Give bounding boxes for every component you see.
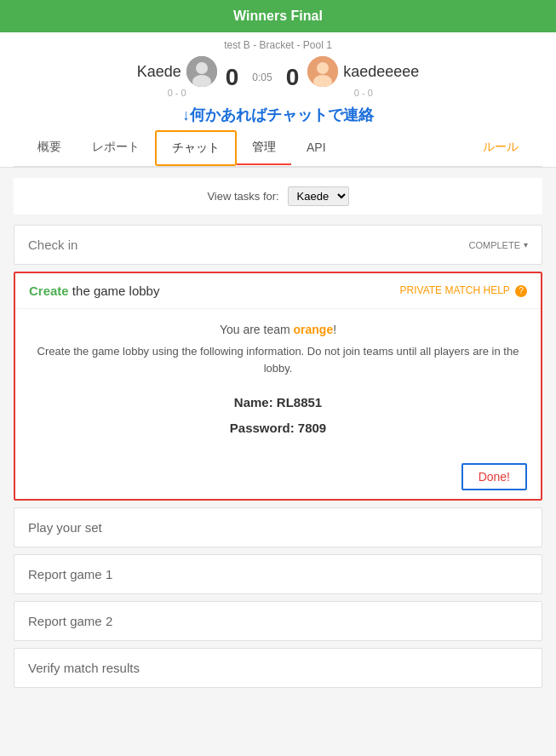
player1-avatar xyxy=(186,56,217,87)
create-title-rest: the game lobby xyxy=(69,284,160,298)
tab-report[interactable]: レポート xyxy=(77,131,155,165)
play-your-set-card: Play your set xyxy=(14,507,542,547)
match-timer: 0:05 xyxy=(252,72,272,83)
checkin-status: COMPLETE ▾ xyxy=(468,240,528,250)
report-game1-card: Report game 1 xyxy=(14,554,542,594)
lobby-footer: Done! xyxy=(15,455,541,499)
private-match-help-button[interactable]: PRIVATE MATCH HELP ? xyxy=(400,284,527,297)
lobby-credentials: Name: RL8851 Password: 7809 xyxy=(32,390,524,441)
report-game1-header: Report game 1 xyxy=(14,555,542,593)
checkin-card: Check in COMPLETE ▾ xyxy=(14,225,542,265)
verify-match-header: Verify match results xyxy=(14,649,542,687)
player2-record: 0 - 0 xyxy=(354,88,373,98)
score-area: 0 0:05 0 xyxy=(226,66,300,89)
player2-avatar xyxy=(307,56,338,87)
header-title: Winners Final xyxy=(233,9,323,23)
svg-point-4 xyxy=(317,62,329,74)
match-players: Kaede 0 - 0 0 0:05 0 xyxy=(14,56,542,101)
report-game2-card: Report game 2 xyxy=(14,601,542,641)
lobby-body: You are team orange! Create the game lob… xyxy=(15,308,541,455)
create-title-green: Create xyxy=(29,284,69,298)
lobby-team-line: You are team orange! xyxy=(32,323,524,336)
tab-admin[interactable]: 管理 xyxy=(237,131,291,165)
player2-block: kaedeeeee 0 - 0 xyxy=(307,56,419,98)
help-icon: ? xyxy=(515,285,527,297)
play-your-set-title: Play your set xyxy=(28,520,102,535)
view-tasks-label: View tasks for: xyxy=(207,190,278,203)
tab-api[interactable]: API xyxy=(291,132,341,164)
match-subtitle: test B - Bracket - Pool 1 xyxy=(14,39,542,51)
create-lobby-header: Create the game lobby PRIVATE MATCH HELP… xyxy=(15,273,541,308)
lobby-name: Name: RL8851 xyxy=(32,390,524,415)
player1-name-row: Kaede xyxy=(137,56,217,87)
create-lobby-title: Create the game lobby xyxy=(29,284,159,298)
player1-name: Kaede xyxy=(137,63,181,81)
view-tasks-row: View tasks for: Kaede xyxy=(14,178,542,215)
lobby-password: Password: 7809 xyxy=(32,415,524,441)
checkin-title: Check in xyxy=(28,238,77,252)
report-game2-title: Report game 2 xyxy=(28,614,112,628)
view-tasks-select[interactable]: Kaede xyxy=(288,186,349,206)
checkin-card-header: Check in COMPLETE ▾ xyxy=(14,226,542,264)
verify-match-title: Verify match results xyxy=(28,661,140,675)
verify-match-card: Verify match results xyxy=(14,648,542,688)
header-bar: Winners Final xyxy=(0,0,556,32)
play-your-set-header: Play your set xyxy=(14,508,542,547)
team-color-label: orange xyxy=(294,323,334,336)
lobby-instructions: Create the game lobby using the followin… xyxy=(32,343,524,376)
timer-block: 0:05 xyxy=(252,72,272,83)
tab-overview[interactable]: 概要 xyxy=(22,131,77,165)
content-area: View tasks for: Kaede Check in COMPLETE … xyxy=(0,168,556,705)
done-button[interactable]: Done! xyxy=(461,463,527,490)
chat-notice: ↓何かあればチャットで連絡 xyxy=(14,101,542,130)
score1: 0 xyxy=(226,66,239,89)
report-game1-title: Report game 1 xyxy=(28,567,112,581)
tab-rules[interactable]: ルール xyxy=(467,131,534,165)
player1-record: 0 - 0 xyxy=(168,88,186,98)
score2: 0 xyxy=(286,66,300,89)
create-lobby-card: Create the game lobby PRIVATE MATCH HELP… xyxy=(14,272,542,501)
match-info: test B - Bracket - Pool 1 Kaede 0 - 0 0 … xyxy=(0,32,556,168)
chevron-down-icon: ▾ xyxy=(524,240,528,249)
player2-name-row: kaedeeeee xyxy=(307,56,419,87)
tab-chat[interactable]: チャット xyxy=(155,130,237,166)
svg-point-1 xyxy=(196,62,208,74)
player1-block: Kaede 0 - 0 xyxy=(137,56,217,98)
player2-name: kaedeeeee xyxy=(343,63,419,81)
nav-tabs: 概要 レポート チャット 管理 API ルール xyxy=(14,130,542,167)
report-game2-header: Report game 2 xyxy=(14,602,542,640)
